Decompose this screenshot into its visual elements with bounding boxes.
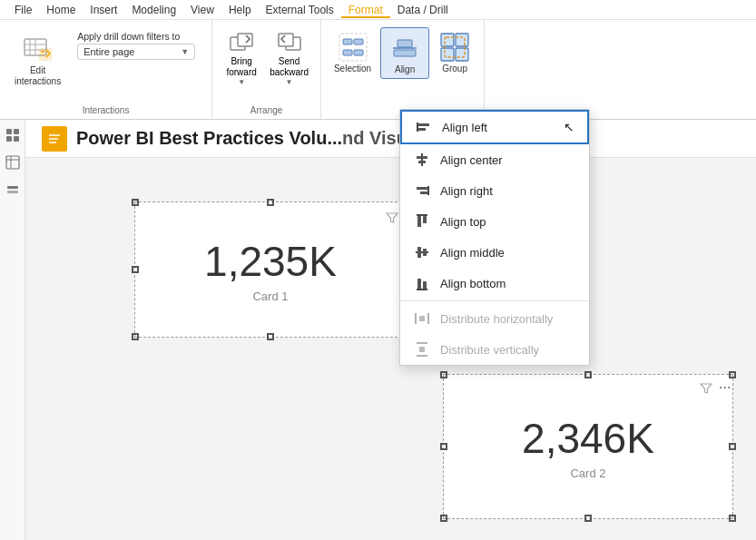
- arrange-label: Arrange: [250, 102, 283, 115]
- ribbon: Editinteractions Apply drill down filter…: [0, 20, 756, 120]
- edit-interactions-button[interactable]: Editinteractions: [9, 27, 66, 89]
- distribute-h-item: Distribute horizontally: [400, 303, 589, 334]
- bring-forward-dropdown-arrow: ▼: [238, 78, 245, 86]
- card-2-more-button[interactable]: ···: [719, 379, 731, 396]
- svg-rect-34: [423, 216, 427, 223]
- distribute-v-label: Distribute vertically: [440, 343, 539, 357]
- edit-interactions-icon: [20, 29, 56, 65]
- card-1-filter-icon[interactable]: [385, 211, 399, 228]
- card-1-label: Card 1: [252, 290, 288, 303]
- card-2-handle-tm: [584, 371, 592, 378]
- page-title-bar: Power BI Best Practices Volu... nd Visua…: [25, 120, 756, 158]
- menu-home[interactable]: Home: [39, 2, 83, 18]
- send-backward-icon: [276, 29, 303, 56]
- svg-rect-10: [339, 34, 367, 61]
- distribute-h-icon: [413, 309, 431, 328]
- card-2-handle-mr: [729, 443, 736, 450]
- menu-format[interactable]: Format: [341, 2, 390, 18]
- page-icon: [42, 126, 67, 152]
- card-2[interactable]: 2,346K Card 2: [443, 374, 733, 519]
- selection-icon: [337, 31, 369, 64]
- menu-view[interactable]: View: [183, 2, 221, 18]
- bring-forward-icon: [228, 29, 255, 56]
- group-button[interactable]: Group: [431, 27, 478, 77]
- card-2-handle-bl: [440, 515, 447, 522]
- bring-forward-button[interactable]: Bringforward ▼: [220, 27, 263, 88]
- send-backward-dropdown-arrow: ▼: [286, 78, 293, 86]
- align-label: Align: [395, 64, 415, 74]
- menu-help[interactable]: Help: [221, 2, 259, 18]
- svg-rect-36: [417, 247, 421, 258]
- align-top-label: Align top: [440, 215, 486, 229]
- align-icon: [388, 32, 421, 64]
- align-top-item[interactable]: Align top: [400, 206, 589, 237]
- distribute-v-item: Distribute vertically: [400, 334, 589, 365]
- group-icon: [438, 31, 471, 64]
- align-right-item[interactable]: Align right: [400, 175, 589, 206]
- svg-rect-17: [394, 50, 416, 56]
- align-bottom-label: Align bottom: [440, 277, 506, 290]
- svg-rect-52: [14, 129, 19, 134]
- svg-rect-25: [418, 128, 426, 131]
- drill-filter-section: Apply drill down filters to Entire page …: [70, 27, 202, 64]
- svg-rect-51: [6, 129, 12, 134]
- distribute-v-icon: [413, 340, 431, 358]
- dropdown-divider: [400, 300, 589, 301]
- edit-interactions-label: Editinteractions: [15, 65, 61, 87]
- card-1[interactable]: 1,235K Card 1: [134, 201, 407, 338]
- svg-rect-12: [354, 39, 363, 44]
- sidebar-icon-table[interactable]: [3, 152, 23, 172]
- align-button[interactable]: Align: [380, 27, 429, 79]
- send-backward-label: Sendbackward: [270, 56, 309, 78]
- align-center-label: Align center: [440, 153, 503, 167]
- align-top-icon: [413, 212, 431, 231]
- svg-rect-9: [279, 34, 293, 46]
- bring-forward-label: Bringforward: [226, 56, 256, 78]
- sidebar-icon-grid[interactable]: [3, 125, 23, 145]
- svg-rect-55: [6, 156, 19, 169]
- align-right-label: Align right: [440, 184, 493, 198]
- svg-rect-20: [441, 48, 454, 61]
- align-left-label: Align left: [442, 121, 487, 134]
- svg-rect-40: [423, 281, 427, 289]
- align-middle-icon: [413, 243, 431, 261]
- interactions-label: Interactions: [83, 102, 130, 115]
- canvas-area: Power BI Best Practices Volu... nd Visua…: [25, 120, 756, 540]
- align-center-item[interactable]: Align center: [400, 144, 589, 175]
- menu-file[interactable]: File: [7, 2, 39, 18]
- align-left-item[interactable]: Align left ↖: [400, 110, 589, 144]
- send-backward-button[interactable]: Sendbackward ▼: [265, 27, 313, 88]
- align-bottom-icon: [413, 274, 431, 292]
- align-bottom-item[interactable]: Align bottom: [400, 268, 589, 299]
- align-center-icon: [413, 151, 431, 169]
- svg-rect-21: [456, 48, 468, 61]
- svg-rect-24: [418, 123, 429, 126]
- sidebar-icon-layers[interactable]: [3, 180, 23, 200]
- menu-bar: File Home Insert Modeling View Help Exte…: [0, 0, 756, 20]
- svg-rect-43: [419, 316, 425, 321]
- svg-rect-37: [423, 249, 427, 256]
- svg-rect-28: [418, 161, 426, 163]
- svg-rect-14: [354, 50, 363, 55]
- page-title-text: Power BI Best Practices Volu...: [76, 128, 342, 149]
- menu-insert[interactable]: Insert: [83, 2, 124, 18]
- align-middle-item[interactable]: Align middle: [400, 237, 589, 268]
- selection-button[interactable]: Selection: [327, 27, 378, 77]
- svg-rect-58: [7, 186, 18, 189]
- menu-data-drill[interactable]: Data / Drill: [390, 2, 456, 18]
- svg-rect-27: [417, 156, 427, 159]
- svg-rect-11: [343, 39, 352, 44]
- align-left-icon: [415, 118, 433, 136]
- menu-external-tools[interactable]: External Tools: [259, 2, 341, 18]
- drill-filter-input[interactable]: Entire page ▼: [77, 44, 195, 60]
- svg-rect-33: [417, 216, 421, 227]
- card-2-value: 2,346K: [522, 414, 654, 463]
- menu-modeling[interactable]: Modeling: [124, 2, 183, 18]
- cursor-indicator: ↖: [564, 120, 574, 134]
- align-middle-label: Align middle: [440, 246, 505, 260]
- selection-label: Selection: [334, 64, 371, 74]
- card-2-handle-br: [729, 515, 736, 522]
- svg-rect-13: [343, 50, 352, 55]
- card-2-filter-icon[interactable]: [699, 381, 713, 398]
- card-2-handle-tl: [440, 371, 447, 378]
